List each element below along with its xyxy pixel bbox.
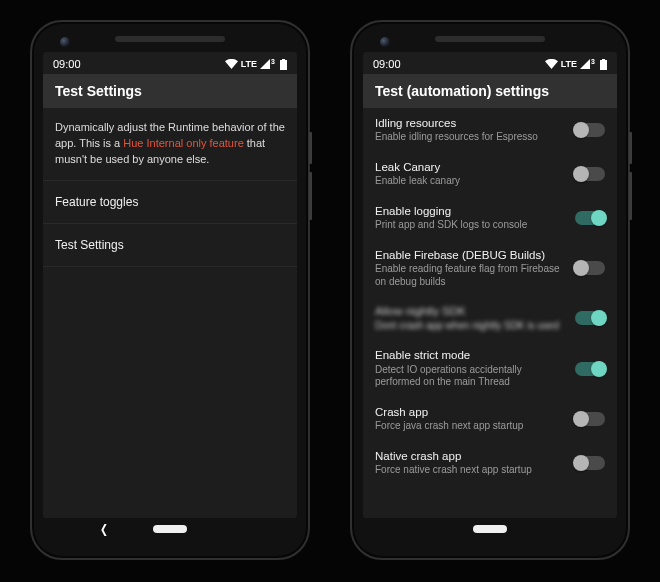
side-button — [629, 132, 632, 164]
setting-text: Allow nightly SDKDont crash app when nig… — [375, 304, 565, 332]
titlebar-right: Test (automation) settings — [363, 74, 617, 108]
toggle-switch[interactable] — [575, 261, 605, 275]
toggle-knob — [573, 260, 589, 276]
setting-title: Allow nightly SDK — [375, 304, 565, 318]
battery-icon — [600, 59, 607, 70]
desc-highlight: Hue Internal only feature — [123, 137, 243, 149]
setting-text: Crash appForce java crash next app start… — [375, 405, 565, 433]
toggle-knob — [573, 122, 589, 138]
status-lte-sup: 3 — [271, 58, 275, 65]
list-item-label: Test Settings — [55, 238, 124, 252]
settings-list: Idling resourcesEnable idling resources … — [363, 108, 617, 518]
status-bar: 09:00 LTE 3 — [43, 52, 297, 74]
phone-left: 09:00 LTE 3 Test Settings Dynamically ad — [30, 20, 310, 560]
status-time: 09:00 — [373, 58, 401, 70]
setting-title: Enable strict mode — [375, 348, 565, 362]
navbar-right — [363, 520, 617, 538]
status-bar: 09:00 LTE 3 — [363, 52, 617, 74]
toggle-knob — [573, 411, 589, 427]
status-lte: LTE — [561, 59, 577, 69]
setting-subtitle: Force java crash next app startup — [375, 420, 565, 433]
setting-title: Crash app — [375, 405, 565, 419]
status-right: LTE 3 — [545, 59, 607, 70]
titlebar-left: Test Settings — [43, 74, 297, 108]
toggle-knob — [591, 210, 607, 226]
setting-row[interactable]: Enable loggingPrint app and SDK logs to … — [363, 196, 617, 240]
toggle-knob — [573, 166, 589, 182]
description: Dynamically adjust the Runtime behavior … — [43, 108, 297, 181]
setting-text: Enable loggingPrint app and SDK logs to … — [375, 204, 565, 232]
wifi-icon — [545, 59, 558, 69]
setting-title: Enable logging — [375, 204, 565, 218]
setting-row[interactable]: Idling resourcesEnable idling resources … — [363, 108, 617, 152]
toggle-knob — [591, 361, 607, 377]
toggle-switch[interactable] — [575, 362, 605, 376]
setting-title: Leak Canary — [375, 160, 565, 174]
nav-back-icon[interactable]: ❮ — [100, 522, 108, 536]
setting-text: Enable Firebase (DEBUG Builds)Enable rea… — [375, 248, 565, 288]
toggle-switch[interactable] — [575, 456, 605, 470]
setting-title: Idling resources — [375, 116, 565, 130]
list-item-label: Feature toggles — [55, 195, 138, 209]
toggle-switch[interactable] — [575, 311, 605, 325]
setting-subtitle: Force native crash next app startup — [375, 464, 565, 477]
page-title: Test Settings — [55, 83, 142, 99]
setting-text: Idling resourcesEnable idling resources … — [375, 116, 565, 144]
setting-subtitle: Enable reading feature flag from Firebas… — [375, 263, 565, 288]
toggle-switch[interactable] — [575, 123, 605, 137]
setting-row[interactable]: Native crash appForce native crash next … — [363, 441, 617, 485]
setting-row[interactable]: Allow nightly SDKDont crash app when nig… — [363, 296, 617, 340]
svg-rect-0 — [280, 60, 287, 70]
setting-text: Native crash appForce native crash next … — [375, 449, 565, 477]
toggle-switch[interactable] — [575, 211, 605, 225]
setting-row[interactable]: Enable Firebase (DEBUG Builds)Enable rea… — [363, 240, 617, 296]
signal-icon — [260, 59, 270, 69]
setting-subtitle: Enable idling resources for Espresso — [375, 131, 565, 144]
list-item-test-settings[interactable]: Test Settings — [43, 224, 297, 267]
signal-icon — [580, 59, 590, 69]
setting-text: Enable strict modeDetect IO operations a… — [375, 348, 565, 388]
side-button — [629, 172, 632, 220]
setting-title: Native crash app — [375, 449, 565, 463]
page-title: Test (automation) settings — [375, 83, 549, 99]
svg-rect-3 — [602, 59, 605, 60]
content-left: Dynamically adjust the Runtime behavior … — [43, 108, 297, 518]
navbar-left: ❮ — [43, 520, 297, 538]
toggle-switch[interactable] — [575, 167, 605, 181]
setting-subtitle: Detect IO operations accidentally perfor… — [375, 364, 565, 389]
status-time: 09:00 — [53, 58, 81, 70]
setting-subtitle: Print app and SDK logs to console — [375, 219, 565, 232]
screen-left: 09:00 LTE 3 Test Settings Dynamically ad — [43, 52, 297, 518]
setting-row[interactable]: Crash appForce java crash next app start… — [363, 397, 617, 441]
battery-icon — [280, 59, 287, 70]
nav-home-pill[interactable] — [473, 525, 507, 533]
setting-row[interactable]: Enable strict modeDetect IO operations a… — [363, 340, 617, 396]
status-right: LTE 3 — [225, 59, 287, 70]
setting-subtitle: Dont crash app when nightly SDK is used — [375, 320, 565, 333]
setting-text: Leak CanaryEnable leak canary — [375, 160, 565, 188]
toggle-switch[interactable] — [575, 412, 605, 426]
screen-right: 09:00 LTE 3 Test (automation) settings I… — [363, 52, 617, 518]
wifi-icon — [225, 59, 238, 69]
side-button — [309, 132, 312, 164]
svg-rect-2 — [600, 60, 607, 70]
phone-right: 09:00 LTE 3 Test (automation) settings I… — [350, 20, 630, 560]
setting-row[interactable]: Leak CanaryEnable leak canary — [363, 152, 617, 196]
status-lte: LTE — [241, 59, 257, 69]
svg-rect-1 — [282, 59, 285, 60]
status-lte-sup: 3 — [591, 58, 595, 65]
toggle-knob — [591, 310, 607, 326]
setting-subtitle: Enable leak canary — [375, 175, 565, 188]
setting-title: Enable Firebase (DEBUG Builds) — [375, 248, 565, 262]
list-item-feature-toggles[interactable]: Feature toggles — [43, 181, 297, 224]
side-button — [309, 172, 312, 220]
nav-home-pill[interactable] — [153, 525, 187, 533]
toggle-knob — [573, 455, 589, 471]
